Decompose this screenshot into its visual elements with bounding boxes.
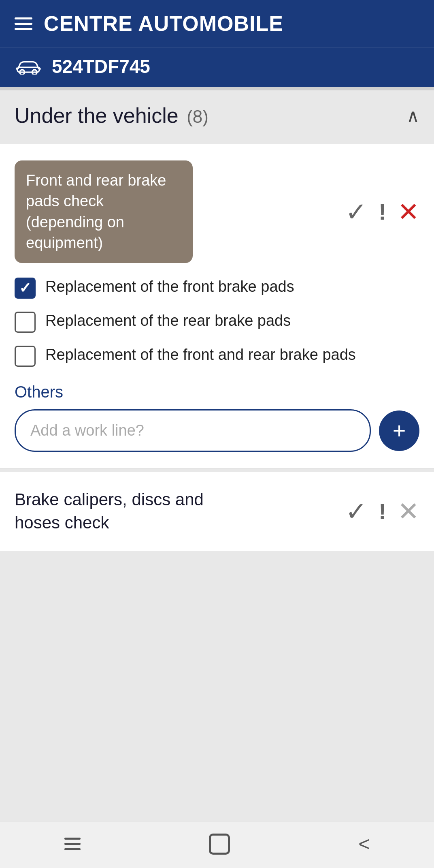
calipers-warning-icon[interactable]: !: [379, 498, 386, 524]
nav-lines-icon: [64, 838, 81, 850]
brake-calipers-check-item: Brake calipers, discs and hoses check ✓ …: [15, 488, 419, 534]
car-icon: [15, 57, 42, 76]
brake-pads-label: Front and rear brake pads check (dependi…: [15, 160, 193, 263]
section-title-group: Under the vehicle (8): [15, 103, 208, 128]
section-title: Under the vehicle: [15, 104, 179, 127]
add-work-button[interactable]: +: [379, 410, 419, 451]
status-icons: ✓ ! ✕: [345, 197, 419, 227]
section-count: (8): [187, 107, 208, 126]
calipers-check-icon[interactable]: ✓: [345, 496, 367, 526]
add-work-input[interactable]: [15, 409, 371, 452]
checkbox-item-both[interactable]: Replacement of the front and rear brake …: [15, 344, 419, 367]
nav-home-button[interactable]: [209, 834, 230, 855]
brake-calipers-status-icons: ✓ ! ✕: [345, 496, 419, 526]
add-work-row: +: [15, 409, 419, 452]
checkbox-rear-label: Replacement of the rear brake pads: [45, 310, 291, 331]
checkbox-item-rear[interactable]: Replacement of the rear brake pads: [15, 310, 419, 333]
checkbox-front-label: Replacement of the front brake pads: [45, 276, 294, 297]
top-divider: [0, 87, 434, 90]
nav-home-icon: [209, 834, 230, 855]
checkbox-item-front[interactable]: Replacement of the front brake pads: [15, 276, 419, 299]
brake-calipers-label: Brake calipers, discs and hoses check: [15, 488, 217, 534]
section-header[interactable]: Under the vehicle (8) ∧: [0, 90, 434, 141]
checkbox-list: Replacement of the front brake pads Repl…: [15, 276, 419, 367]
nav-lines-button[interactable]: [64, 838, 81, 850]
checkbox-front[interactable]: [15, 278, 36, 299]
hamburger-button[interactable]: [15, 17, 32, 30]
cross-red-icon[interactable]: ✕: [398, 197, 419, 227]
check-icon[interactable]: ✓: [345, 197, 367, 227]
brake-calipers-card: Brake calipers, discs and hoses check ✓ …: [0, 472, 434, 551]
app-header: CENTRE AUTOMOBILE: [0, 0, 434, 47]
checkbox-both[interactable]: [15, 346, 36, 367]
bottom-nav: <: [0, 821, 434, 868]
bottom-spacer: [0, 554, 434, 603]
chevron-up-icon[interactable]: ∧: [406, 105, 419, 126]
plus-icon: +: [393, 419, 406, 442]
others-label: Others: [15, 383, 419, 401]
app-title: CENTRE AUTOMOBILE: [44, 11, 283, 36]
vehicle-bar: 524TDF745: [0, 47, 434, 87]
brake-pads-check-item: Front and rear brake pads check (dependi…: [15, 160, 419, 263]
calipers-cross-icon[interactable]: ✕: [398, 496, 419, 526]
nav-back-icon: <: [358, 833, 370, 855]
checkbox-rear[interactable]: [15, 312, 36, 333]
nav-back-button[interactable]: <: [358, 833, 370, 855]
warning-icon[interactable]: !: [379, 199, 386, 225]
brake-pads-card: Front and rear brake pads check (dependi…: [0, 144, 434, 468]
checkbox-both-label: Replacement of the front and rear brake …: [45, 344, 356, 366]
vehicle-plate: 524TDF745: [52, 56, 150, 77]
